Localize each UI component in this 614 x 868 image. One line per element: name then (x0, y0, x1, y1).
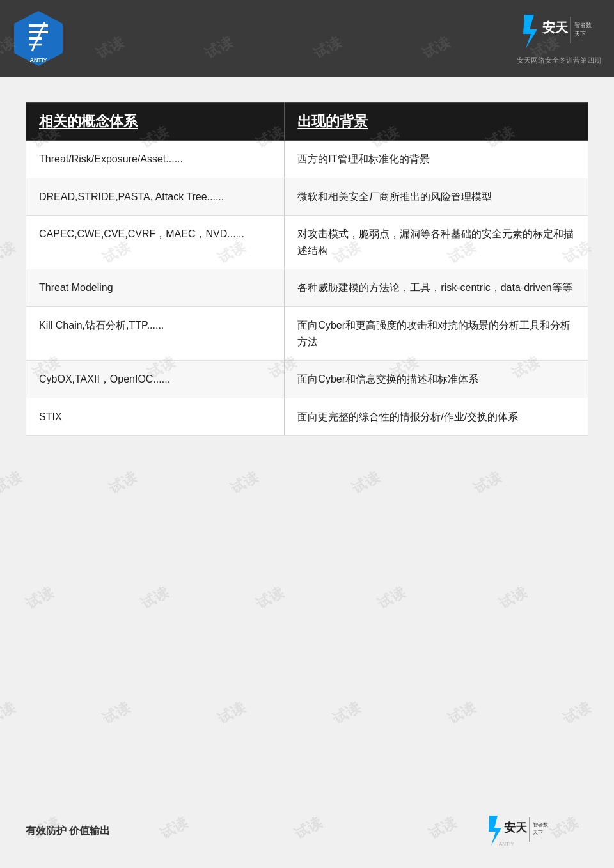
watermark: 试读 (329, 698, 363, 729)
main-content: 相关的概念体系 出现的背景 Threat/Risk/Exposure/Asset… (0, 77, 614, 455)
table-row: DREAD,STRIDE,PASTA, Attack Tree......微软和… (26, 178, 588, 216)
table-cell-background: 面向Cyber和信息交换的描述和标准体系 (285, 361, 588, 398)
table-cell-background: 对攻击模式，脆弱点，漏洞等各种基础的安全元素的标定和描述结构 (285, 216, 588, 269)
svg-text:智者数: 智者数 (533, 822, 548, 828)
table-cell-concept: CybOX,TAXII，OpenIOC...... (26, 361, 285, 398)
concept-table: 相关的概念体系 出现的背景 Threat/Risk/Exposure/Asset… (26, 102, 588, 436)
watermark: 试读 (253, 583, 287, 613)
header-tagline: 安天网络安全冬训营第四期 (517, 56, 601, 65)
antiy-logo-icon: ANTIY (13, 10, 64, 67)
watermark: 试读 (496, 583, 530, 613)
table-cell-background: 西方的IT管理和标准化的背景 (285, 141, 588, 178)
logo-area: ANTIY (13, 10, 64, 67)
table-cell-concept: Threat Modeling (26, 269, 285, 307)
header-brand: 安天 智者数 天下 安天网络安全冬训营第四期 (517, 12, 601, 65)
table-row: Kill Chain,钻石分析,TTP......面向Cyber和更高强度的攻击… (26, 306, 588, 360)
svg-text:天下: 天下 (533, 830, 543, 835)
col2-header: 出现的背景 (285, 103, 588, 141)
watermark: 试读 (470, 468, 504, 498)
table-row: Threat/Risk/Exposure/Asset......西方的IT管理和… (26, 141, 588, 178)
page-header: ANTIY 安天 智者数 天下 安天网络安全冬训营第四期 (0, 0, 614, 77)
footer-brand-icon: 安天 智者数 天下 ANTIY (486, 814, 588, 849)
svg-text:天下: 天下 (574, 31, 586, 37)
watermark: 试读 (214, 698, 248, 729)
svg-text:ANTIY: ANTIY (30, 57, 47, 63)
table-cell-background: 微软和相关安全厂商所推出的风险管理模型 (285, 178, 588, 216)
table-cell-concept: Kill Chain,钻石分析,TTP...... (26, 306, 285, 360)
watermark: 试读 (349, 468, 382, 498)
page-footer: 有效防护 价值输出 安天 智者数 天下 ANTIY (0, 814, 614, 849)
svg-marker-7 (523, 15, 537, 49)
watermark: 试读 (99, 698, 133, 729)
watermark: 试读 (445, 698, 478, 729)
watermark: 试读 (106, 468, 139, 498)
table-cell-concept: Threat/Risk/Exposure/Asset...... (26, 141, 285, 178)
table-cell-background: 各种威胁建模的方法论，工具，risk-centric，data-driven等等 (285, 269, 588, 307)
table-header-row: 相关的概念体系 出现的背景 (26, 103, 588, 141)
table-row: Threat Modeling各种威胁建模的方法论，工具，risk-centri… (26, 269, 588, 307)
table-cell-background: 面向Cyber和更高强度的攻击和对抗的场景的分析工具和分析方法 (285, 306, 588, 360)
watermark: 试读 (138, 583, 171, 613)
table-row: CybOX,TAXII，OpenIOC......面向Cyber和信息交换的描述… (26, 361, 588, 398)
brand-logo-icon: 安天 智者数 天下 (518, 12, 601, 53)
table-cell-background: 面向更完整的综合性的情报分析/作业/交换的体系 (285, 398, 588, 436)
watermark: 试读 (0, 698, 19, 729)
table-row: STIX面向更完整的综合性的情报分析/作业/交换的体系 (26, 398, 588, 436)
table-cell-concept: CAPEC,CWE,CVE,CVRF，MAEC，NVD...... (26, 216, 285, 269)
svg-text:安天: 安天 (542, 20, 569, 35)
watermark: 试读 (374, 583, 408, 613)
svg-text:安天: 安天 (503, 821, 528, 834)
watermark: 试读 (0, 468, 25, 498)
table-row: CAPEC,CWE,CVE,CVRF，MAEC，NVD......对攻击模式，脆… (26, 216, 588, 269)
svg-text:智者数: 智者数 (574, 22, 592, 28)
watermark: 试读 (560, 698, 594, 729)
table-cell-concept: DREAD,STRIDE,PASTA, Attack Tree...... (26, 178, 285, 216)
col1-header: 相关的概念体系 (26, 103, 285, 141)
table-cell-concept: STIX (26, 398, 285, 436)
svg-text:ANTIY: ANTIY (499, 841, 514, 847)
footer-tagline: 有效防护 价值输出 (26, 825, 110, 838)
watermark: 试读 (22, 583, 56, 613)
watermark: 试读 (227, 468, 261, 498)
footer-brand: 安天 智者数 天下 ANTIY (486, 814, 588, 849)
